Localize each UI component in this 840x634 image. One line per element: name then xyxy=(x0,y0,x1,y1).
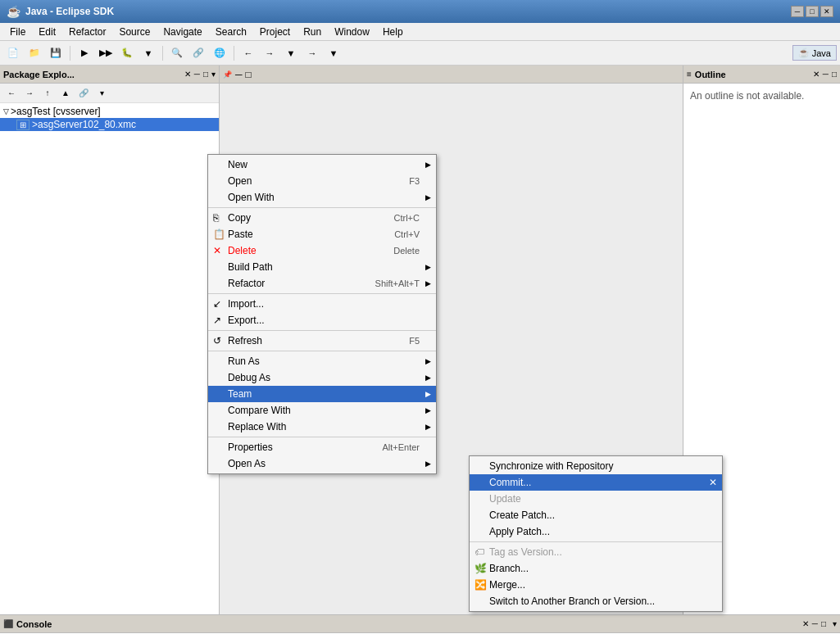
forward3-button[interactable]: ▼ xyxy=(324,44,343,62)
ctx-refactor[interactable]: Refactor Shift+Alt+T xyxy=(208,275,436,292)
ctx-export[interactable]: ↗ Export... xyxy=(208,312,436,328)
menu-file[interactable]: File xyxy=(3,25,32,39)
ctx-compare-with[interactable]: Compare With xyxy=(208,402,436,419)
open-button[interactable]: 📁 xyxy=(25,44,44,62)
ctx-open-as[interactable]: Open As xyxy=(208,455,436,472)
panel-maximize-icon[interactable]: □ xyxy=(203,70,208,79)
history-button[interactable]: ▼ xyxy=(281,44,301,62)
project-root-item[interactable]: ▽ >asgTest [cvsserver] xyxy=(0,105,219,118)
ctx-open-as-label: Open As xyxy=(228,458,266,469)
menu-edit[interactable]: Edit xyxy=(32,25,62,39)
team-merge[interactable]: 🔀 Merge... xyxy=(470,577,722,593)
forward-nav-button[interactable]: → xyxy=(21,86,38,101)
team-update-label: Update xyxy=(489,493,521,505)
ctx-debug-as[interactable]: Debug As xyxy=(208,369,436,386)
ctx-team-label: Team xyxy=(228,388,252,400)
console-close-icon[interactable]: ✕ xyxy=(802,619,809,628)
save-button[interactable]: 💾 xyxy=(46,44,66,62)
console-options-icon[interactable]: ▾ xyxy=(833,619,837,628)
team-switch-branch[interactable]: Switch to Another Branch or Version... xyxy=(470,593,722,609)
menu-run[interactable]: Run xyxy=(297,25,328,39)
console-header: ⬛ Console ✕ ─ □ ▾ xyxy=(0,615,840,633)
new-button[interactable]: 📄 xyxy=(3,44,23,62)
outline-header: ≡ Outline ✕ ─ □ xyxy=(683,66,840,84)
up-nav-button[interactable]: ↑ xyxy=(39,86,56,101)
ctx-refresh-shortcut: F5 xyxy=(393,336,420,346)
team-close-icon[interactable]: ✕ xyxy=(709,477,717,488)
view-menu-button[interactable]: ▾ xyxy=(93,86,110,101)
ctx-delete[interactable]: ✕ Delete Delete xyxy=(208,242,436,259)
ctx-replace-with[interactable]: Replace With xyxy=(208,419,436,435)
panel-close-icon[interactable]: ✕ xyxy=(184,70,191,79)
menu-source[interactable]: Source xyxy=(112,25,157,39)
ctx-properties-shortcut: Alt+Enter xyxy=(366,442,420,452)
link-button[interactable]: 🔗 xyxy=(188,44,208,62)
menu-project[interactable]: Project xyxy=(253,25,297,39)
ctx-open-with[interactable]: Open With xyxy=(208,189,436,206)
panel-menu-icon[interactable]: ▾ xyxy=(211,70,216,79)
menu-navigate[interactable]: Navigate xyxy=(157,25,208,39)
toolbar-separator-1 xyxy=(70,46,70,61)
team-merge-icon: 🔀 xyxy=(474,579,487,591)
maximize-button[interactable]: □ xyxy=(806,6,819,17)
ctx-paste[interactable]: 📋 Paste Ctrl+V xyxy=(208,226,436,242)
menu-help[interactable]: Help xyxy=(376,25,410,39)
team-tag-icon: 🏷 xyxy=(474,546,484,558)
package-explorer-content: ▽ >asgTest [cvsserver] ⊞ >asgServer102_8… xyxy=(0,103,219,614)
ctx-build-path[interactable]: Build Path xyxy=(208,259,436,275)
debug-button[interactable]: 🐛 xyxy=(117,44,137,62)
editor-header: 📌 ─ □ xyxy=(220,66,683,84)
forward2-button[interactable]: → xyxy=(302,44,322,62)
ctx-refresh[interactable]: ↺ Refresh F5 xyxy=(208,333,436,349)
globe-button[interactable]: 🌐 xyxy=(210,44,229,62)
file-item[interactable]: ⊞ >asgServer102_80.xmc xyxy=(0,118,219,131)
ctx-delete-shortcut: Delete xyxy=(377,246,420,256)
collapse-button[interactable]: ▲ xyxy=(57,86,74,101)
team-tag-version: 🏷 Tag as Version... xyxy=(470,544,722,560)
back-button[interactable]: ← xyxy=(238,44,258,62)
close-button[interactable]: ✕ xyxy=(820,6,833,17)
panel-minimize-icon[interactable]: ─ xyxy=(194,70,200,79)
ctx-open[interactable]: Open F3 xyxy=(208,173,436,189)
outline-minimize-icon[interactable]: ─ xyxy=(823,70,829,79)
run-last-button[interactable]: ▶ xyxy=(75,44,94,62)
ctx-properties[interactable]: Properties Alt+Enter xyxy=(208,439,436,455)
menu-search[interactable]: Search xyxy=(209,25,253,39)
editor-maximize-icon[interactable]: □ xyxy=(246,69,252,80)
console-maximize-icon[interactable]: □ xyxy=(821,619,826,628)
ctx-paste-label: Paste xyxy=(228,229,253,240)
perspective-button[interactable]: ☕ Java xyxy=(792,45,837,61)
forward-button[interactable]: → xyxy=(260,44,279,62)
team-branch[interactable]: 🌿 Branch... xyxy=(470,560,722,577)
ctx-copy[interactable]: ⎘ Copy Ctrl+C xyxy=(208,210,436,226)
team-commit[interactable]: Commit... ✕ xyxy=(470,474,722,491)
editor-minimize-icon[interactable]: ─ xyxy=(235,69,243,80)
team-merge-label: Merge... xyxy=(489,579,525,591)
team-apply-patch[interactable]: Apply Patch... xyxy=(470,523,722,540)
link-editor-button[interactable]: 🔗 xyxy=(75,86,92,101)
run-button[interactable]: ▶▶ xyxy=(96,44,116,62)
ctx-import[interactable]: ↙ Import... xyxy=(208,296,436,312)
back-nav-button[interactable]: ← xyxy=(3,86,20,101)
import-icon: ↙ xyxy=(213,298,221,310)
team-branch-icon: 🌿 xyxy=(474,563,487,574)
ctx-new[interactable]: New xyxy=(208,156,436,173)
search-button[interactable]: 🔍 xyxy=(167,44,187,62)
menu-refactor[interactable]: Refactor xyxy=(62,25,112,39)
context-menu: New Open F3 Open With ⎘ Copy Ctrl+C 📋 Pa… xyxy=(207,154,437,474)
ctx-run-as-label: Run As xyxy=(228,355,260,367)
team-create-patch[interactable]: Create Patch... xyxy=(470,507,722,523)
outline-maximize-icon[interactable]: □ xyxy=(832,70,837,79)
ctx-run-as[interactable]: Run As xyxy=(208,353,436,369)
package-explorer-panel: Package Explo... ✕ ─ □ ▾ ← → ↑ ▲ 🔗 ▾ ▽ >… xyxy=(0,66,220,614)
package-explorer-header: Package Explo... ✕ ─ □ ▾ xyxy=(0,66,219,84)
console-icon: ⬛ xyxy=(3,619,13,628)
ctx-refactor-label: Refactor xyxy=(228,278,265,289)
console-minimize-icon[interactable]: ─ xyxy=(812,619,818,628)
ctx-team[interactable]: Team xyxy=(208,386,436,402)
menu-window[interactable]: Window xyxy=(328,25,376,39)
team-sync[interactable]: Synchronize with Repository xyxy=(470,458,722,474)
minimize-button[interactable]: ─ xyxy=(791,6,804,17)
run-config-button[interactable]: ▼ xyxy=(138,44,158,62)
outline-close-icon[interactable]: ✕ xyxy=(813,70,820,79)
